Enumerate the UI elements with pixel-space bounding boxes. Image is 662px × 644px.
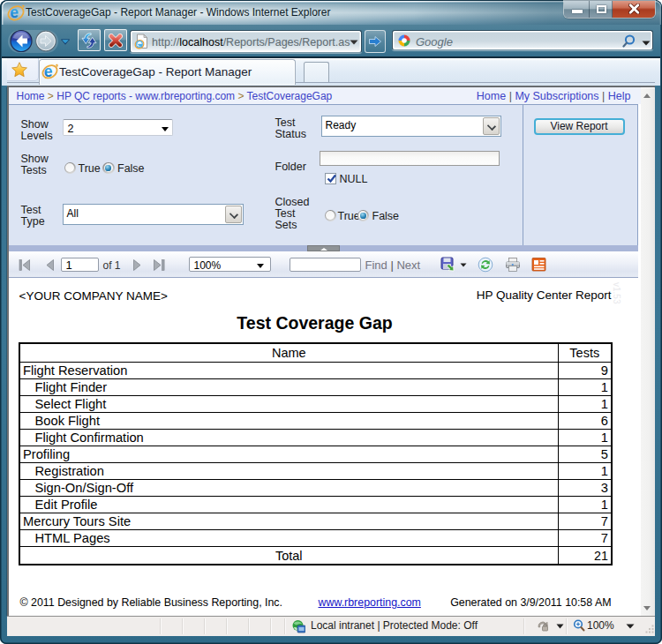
svg-text:e: e bbox=[44, 63, 53, 79]
svg-text:e: e bbox=[10, 4, 19, 21]
